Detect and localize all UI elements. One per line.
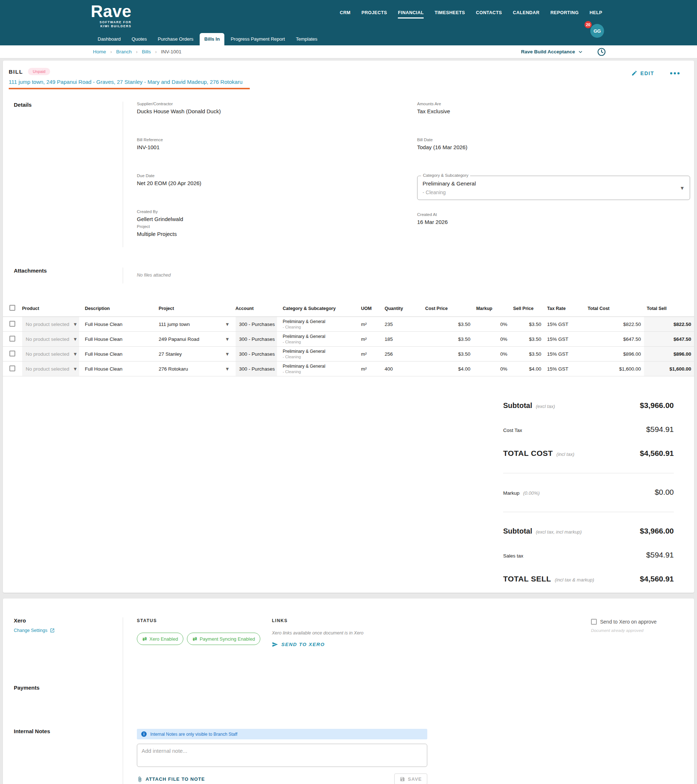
tab-bills-in[interactable]: Bills In [199,33,225,45]
more-options-icon[interactable] [670,72,680,74]
dropdown-arrow-icon: ▼ [225,336,230,342]
category-cell: Preliminary & General- Cleaning [280,347,358,362]
account-cell: 300 - Purchases [236,347,277,361]
project-select[interactable]: 276 Rotokaru▼ [159,366,230,372]
line-items-table: Product Description Project Account Cate… [3,300,694,376]
row-checkbox[interactable] [10,336,15,341]
row-checkbox[interactable] [10,366,15,371]
rave-logo[interactable]: Rave SOFTWARE FOR KIWI BUILDERS [91,3,132,29]
project-select[interactable]: 249 Papanui Road▼ [159,336,230,342]
quantity-cell: 400 [382,362,422,376]
table-row: No product selected▼ Full House Clean 27… [3,362,694,376]
quantity-cell: 256 [382,347,422,362]
dropdown-arrow-icon: ▼ [225,321,230,327]
row-checkbox[interactable] [10,321,15,327]
nav-financial[interactable]: FINANCIAL [398,10,423,18]
nav-timesheets[interactable]: TIMESHEETS [435,10,465,18]
project-select[interactable]: 111 jump town▼ [159,321,230,327]
xero-links-note: Xero links available once document is in… [272,631,591,636]
cost-price-cell: $3.50 [422,317,473,332]
user-menu: 20 GG [587,22,604,38]
col-product: Product [19,300,82,317]
send-to-xero-button[interactable]: SEND TO XERO [272,641,591,647]
breadcrumb-home[interactable]: Home [93,49,106,54]
nav-crm[interactable]: CRM [340,10,351,18]
total-cost-cell: $896.00 [585,347,644,362]
chevron-down-icon [577,49,584,55]
info-icon: i [141,731,147,737]
breadcrumb-current: INV-1001 [161,49,181,54]
account-cell: 300 - Purchases [236,332,277,346]
table-row: No product selected▼ Full House Clean 24… [3,332,694,347]
uom-cell: m² [358,347,382,362]
avatar[interactable]: GG [590,24,604,38]
subtotal2-label: Subtotal [503,527,532,535]
tab-purchase-orders[interactable]: Purchase Orders [153,33,198,45]
select-all-checkbox[interactable] [10,305,15,311]
tab-templates[interactable]: Templates [291,33,322,45]
send-icon [272,641,278,647]
row-checkbox[interactable] [10,351,15,356]
page-title: BILL [9,69,23,75]
app-header: Rave SOFTWARE FOR KIWI BUILDERS CRM PROJ… [0,0,697,45]
attachments-section: Attachments No files attached [3,267,694,298]
field-created-by: Created By Gellert Grindelwald [137,209,417,222]
send-to-xero-on-approve-checkbox[interactable] [591,619,597,625]
main-content: BILL Unpaid 111 jump town, 249 Papanui R… [0,58,697,784]
logo-subtitle: SOFTWARE FOR KIWI BUILDERS [91,20,132,29]
total-cost-value: $4,560.91 [640,449,674,458]
attach-file-to-note-button[interactable]: ATTACH FILE TO NOTE [137,776,205,782]
tab-progress-payment-report[interactable]: Progress Payment Report [226,33,290,45]
field-amounts-are: Amounts Are Tax Exclusive [417,102,697,114]
nav-contacts[interactable]: CONTACTS [476,10,502,18]
save-note-button[interactable]: SAVE [394,774,427,784]
xero-section: Xero Change Settings STATUS ⇄Xero Enable… [9,618,688,685]
external-link-icon [50,628,55,633]
sync-icon: ⇄ [142,636,147,642]
nav-help[interactable]: HELP [590,10,602,18]
breadcrumb-bills[interactable]: Bills [142,49,151,54]
internal-note-input[interactable] [137,744,427,767]
quantity-cell: 185 [382,332,422,347]
product-select[interactable]: No product selected▼ [22,347,79,361]
tax-rate-cell: 15% GST [544,347,585,362]
account-cell: 300 - Purchases [236,317,277,331]
cost-price-cell: $3.50 [422,332,473,347]
category-subcategory-select[interactable]: Category & Subcategory Preliminary & Gen… [417,176,690,200]
template-dropdown[interactable]: Rave Build Acceptance [521,49,584,55]
breadcrumb-branch[interactable]: Branch [116,49,132,54]
description-cell: Full House Clean [82,362,156,376]
details-section: Details Supplier/Contractor Ducks House … [3,102,694,247]
status-caption: STATUS [137,618,272,623]
edit-button[interactable]: EDIT [631,70,654,76]
tab-dashboard[interactable]: Dashboard [93,33,125,45]
nav-projects[interactable]: PROJECTS [362,10,387,18]
total-sell-cell: $822.50 [644,317,694,332]
field-due-date: Due Date Net 20 EOM (20 Apr 2026) [137,173,417,186]
history-clock-icon[interactable] [597,47,606,57]
col-project: Project [156,300,233,317]
product-select[interactable]: No product selected▼ [22,317,79,331]
xero-enabled-badge: ⇄Xero Enabled [137,632,183,645]
breadcrumb-separator: › [136,49,138,54]
breadcrumb-separator: › [110,49,112,54]
dropdown-arrow-icon: ▼ [73,366,78,372]
field-bill-reference: Bill Reference INV-1001 [137,138,417,150]
nav-reporting[interactable]: REPORTING [550,10,578,18]
breadcrumb-bar: Home › Branch › Bills › INV-1001 Rave Bu… [0,45,697,58]
tax-rate-cell: 15% GST [544,317,585,332]
financial-subnav: Dashboard Quotes Purchase Orders Bills I… [93,33,322,45]
dropdown-arrow-icon: ▼ [680,185,685,191]
internal-notes-section: Internal Notes i Internal Notes are only… [9,728,688,784]
tab-quotes[interactable]: Quotes [127,33,152,45]
bill-address-link[interactable]: 111 jump town, 249 Papanui Road - Graves… [9,79,250,89]
project-select[interactable]: 27 Stanley▼ [159,351,230,357]
product-select[interactable]: No product selected▼ [22,362,79,376]
nav-calendar[interactable]: CALENDAR [513,10,539,18]
change-settings-link[interactable]: Change Settings [14,628,123,633]
category-value: Preliminary & General [423,180,675,186]
details-section-label: Details [14,102,123,108]
subtotal2-value: $3,966.00 [640,527,674,535]
product-select[interactable]: No product selected▼ [22,332,79,346]
markup-label: Markup [503,490,519,496]
